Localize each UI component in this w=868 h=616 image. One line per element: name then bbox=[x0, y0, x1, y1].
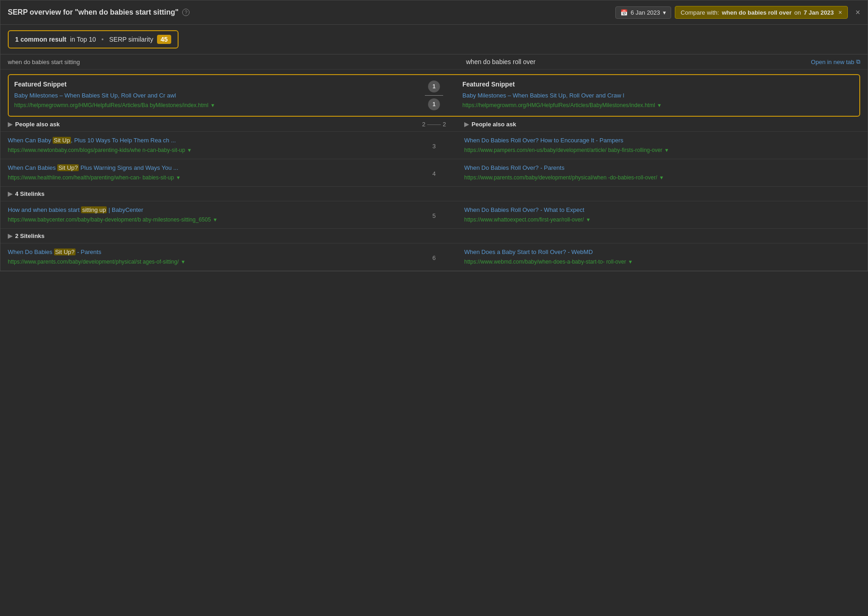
date-picker[interactable]: 📅 6 Jan 2023 ▾ bbox=[615, 6, 671, 19]
right-title-6[interactable]: When Does a Baby Start to Roll Over? - W… bbox=[464, 248, 860, 256]
header-left: SERP overview for "when do babies start … bbox=[8, 8, 190, 16]
dropdown-arrow-icon-4: ▼ bbox=[176, 174, 181, 181]
center-5: 5 bbox=[411, 201, 457, 228]
open-new-tab-label: Open in new tab bbox=[811, 59, 854, 65]
left-url-6[interactable]: https://www.parents.com/baby/development… bbox=[8, 258, 404, 266]
serp-similarity-label: SERP similarity bbox=[109, 36, 153, 43]
left-title-6[interactable]: When Do Babies Sit Up? - Parents bbox=[8, 248, 404, 256]
compare-bar: Compare with: when do babies roll over o… bbox=[675, 6, 848, 19]
right-featured-snippet: Featured Snippet Baby Milestones – When … bbox=[457, 75, 859, 116]
result-row-6: When Do Babies Sit Up? - Parents https:/… bbox=[0, 243, 868, 271]
left-result-6: When Do Babies Sit Up? - Parents https:/… bbox=[0, 243, 411, 270]
external-link-icon: ⧉ bbox=[856, 58, 860, 65]
right-title-5[interactable]: When Do Babies Roll Over? - What to Expe… bbox=[464, 206, 860, 214]
left-url-5[interactable]: https://www.babycenter.com/baby/baby-dev… bbox=[8, 216, 404, 224]
right-featured-url[interactable]: https://helpmegrowmn.org/HMG/HelpfulRes/… bbox=[462, 102, 854, 109]
paa-right: ▶ People also ask bbox=[457, 121, 868, 128]
separator: • bbox=[102, 36, 104, 43]
close-compare-button[interactable]: × bbox=[838, 9, 842, 16]
result-row-3: When Can Baby Sit Up, Plus 10 Ways To He… bbox=[0, 132, 868, 159]
dropdown-arrow-icon-r3: ▼ bbox=[664, 147, 669, 154]
open-new-tab-link[interactable]: Open in new tab ⧉ bbox=[811, 58, 860, 65]
sitelinks-2-label: 2 Sitelinks bbox=[15, 232, 44, 239]
paa-center: 2 2 bbox=[411, 120, 457, 128]
right-title-4[interactable]: When Do Babies Roll Over? - Parents bbox=[464, 164, 860, 172]
right-url-5[interactable]: https://www.whattoexpect.com/first-year/… bbox=[464, 216, 860, 224]
left-paa-label: ▶ People also ask bbox=[8, 121, 404, 128]
summary-bar: 1 common result in Top 10 • SERP similar… bbox=[0, 25, 868, 54]
paa-row: ▶ People also ask 2 2 ▶ People also ask bbox=[0, 117, 868, 132]
sitelinks-arrow-icon: ▶ bbox=[8, 190, 12, 197]
dropdown-arrow-icon-5: ▼ bbox=[213, 216, 218, 223]
left-position-badge: 1 bbox=[428, 81, 440, 92]
right-column-header: when do babies roll over Open in new tab… bbox=[448, 58, 860, 65]
left-url-4[interactable]: https://www.healthline.com/health/parent… bbox=[8, 174, 404, 182]
position-3: 3 bbox=[432, 137, 435, 155]
right-result-4: When Do Babies Roll Over? - Parents http… bbox=[457, 159, 868, 186]
paa-arrow-icon-2: ▶ bbox=[464, 121, 469, 128]
right-paa-label: ▶ People also ask bbox=[464, 121, 860, 128]
header: SERP overview for "when do babies start … bbox=[0, 0, 868, 25]
highlight-situp-3: Sit Up bbox=[53, 137, 71, 144]
dropdown-arrow-icon-r5: ▼ bbox=[586, 216, 591, 223]
right-result-6: When Does a Baby Start to Roll Over? - W… bbox=[457, 243, 868, 270]
dropdown-arrow-icon-6: ▼ bbox=[181, 259, 186, 265]
paa-left: ▶ People also ask bbox=[0, 121, 411, 128]
left-url-3[interactable]: https://www.newtonbaby.com/blogs/parenti… bbox=[8, 146, 404, 154]
left-result-5: How and when babies start sitting up | B… bbox=[0, 201, 411, 228]
left-result-3: When Can Baby Sit Up, Plus 10 Ways To He… bbox=[0, 132, 411, 159]
position-4: 4 bbox=[432, 165, 435, 183]
center-4: 4 bbox=[411, 159, 457, 186]
right-url-3[interactable]: https://www.pampers.com/en-us/baby/devel… bbox=[464, 146, 860, 154]
result-row-5: How and when babies start sitting up | B… bbox=[0, 201, 868, 229]
compare-prefix: Compare with: bbox=[681, 9, 719, 16]
dropdown-arrow-icon-r6: ▼ bbox=[628, 259, 633, 265]
position-6: 6 bbox=[432, 249, 435, 267]
featured-snippet-center: 1 1 bbox=[411, 75, 457, 116]
result-row-4: When Can Babies Sit Up? Plus Warning Sig… bbox=[0, 159, 868, 187]
left-column-header: when do babies start sitting bbox=[8, 59, 402, 65]
left-featured-url[interactable]: https://helpmegrowmn.org/HMG/HelpfulRes/… bbox=[14, 102, 406, 109]
right-result-3: When Do Babies Roll Over? How to Encoura… bbox=[457, 132, 868, 159]
chevron-down-icon: ▾ bbox=[663, 9, 666, 16]
sitelinks-4-row: ▶ 4 Sitelinks bbox=[0, 187, 868, 201]
close-button[interactable]: × bbox=[855, 8, 860, 17]
date-value: 6 Jan 2023 bbox=[630, 9, 660, 16]
help-icon[interactable]: ? bbox=[182, 9, 190, 16]
right-featured-title[interactable]: Baby Milestones – When Babies Sit Up, Ro… bbox=[462, 92, 854, 100]
left-featured-title[interactable]: Baby Milestones – When Babies Sit Up, Ro… bbox=[14, 92, 406, 100]
sitelinks-2-arrow-icon: ▶ bbox=[8, 232, 12, 239]
right-title-3[interactable]: When Do Babies Roll Over? How to Encoura… bbox=[464, 136, 860, 145]
left-column-title: when do babies start sitting bbox=[8, 59, 80, 65]
columns-header: when do babies start sitting when do bab… bbox=[0, 54, 868, 70]
dropdown-arrow-icon: ▼ bbox=[210, 102, 215, 109]
similarity-score: 45 bbox=[157, 35, 172, 44]
summary-box: 1 common result in Top 10 • SERP similar… bbox=[8, 30, 179, 49]
dropdown-arrow-icon-2: ▼ bbox=[657, 102, 662, 109]
left-title-5[interactable]: How and when babies start sitting up | B… bbox=[8, 206, 404, 214]
left-result-4: When Can Babies Sit Up? Plus Warning Sig… bbox=[0, 159, 411, 186]
right-url-4[interactable]: https://www.parents.com/baby/development… bbox=[464, 174, 860, 182]
highlight-situp-6: Sit Up? bbox=[54, 249, 76, 255]
left-featured-label: Featured Snippet bbox=[14, 81, 406, 88]
featured-snippet-row: Featured Snippet Baby Milestones – When … bbox=[8, 74, 860, 117]
header-center: 📅 6 Jan 2023 ▾ Compare with: when do bab… bbox=[615, 6, 860, 19]
right-result-5: When Do Babies Roll Over? - What to Expe… bbox=[457, 201, 868, 228]
highlight-sittingup-5: sitting up bbox=[81, 206, 107, 213]
left-featured-snippet: Featured Snippet Baby Milestones – When … bbox=[9, 75, 411, 116]
paa-arrow-icon: ▶ bbox=[8, 121, 12, 128]
compare-date: 7 Jan 2023 bbox=[804, 9, 834, 16]
in-top-label: in Top 10 bbox=[70, 36, 96, 43]
right-featured-label: Featured Snippet bbox=[462, 81, 854, 88]
common-result-count: 1 common result bbox=[15, 36, 66, 43]
page-wrapper: SERP overview for "when do babies start … bbox=[0, 0, 868, 271]
right-url-6[interactable]: https://www.webmd.com/baby/when-does-a-b… bbox=[464, 258, 860, 266]
center-6: 6 bbox=[411, 243, 457, 270]
left-featured-url-text: https://helpmegrowmn.org/HMG/HelpfulRes/… bbox=[14, 102, 208, 109]
highlight-situp-4: Sit Up? bbox=[57, 164, 79, 171]
sitelinks-2-row: ▶ 2 Sitelinks bbox=[0, 229, 868, 243]
left-title-4[interactable]: When Can Babies Sit Up? Plus Warning Sig… bbox=[8, 164, 404, 172]
left-title-3[interactable]: When Can Baby Sit Up, Plus 10 Ways To He… bbox=[8, 136, 404, 145]
calendar-icon: 📅 bbox=[620, 9, 628, 16]
position-5: 5 bbox=[432, 207, 435, 225]
